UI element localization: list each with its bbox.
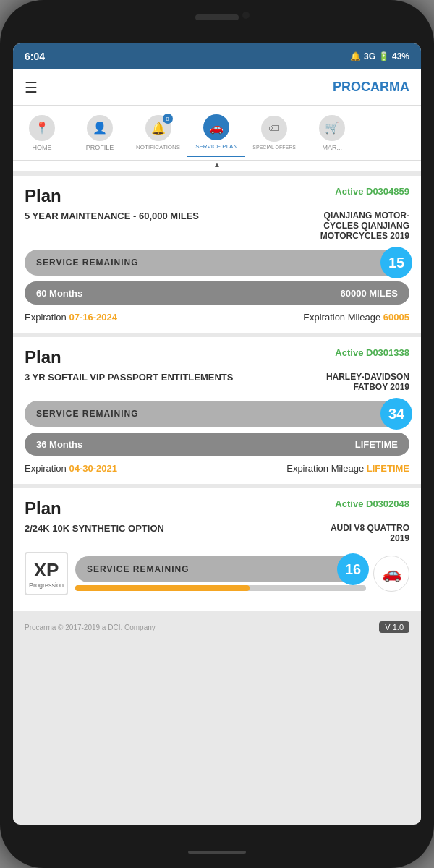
miles-label-1: 60000 MILES [341, 288, 399, 299]
version-badge: V 1.0 [379, 621, 409, 633]
expiration-text-1: Expiration 07-16-2024 [25, 312, 117, 323]
expiration-row-2: Expiration 04-30-2021 Expiration Mileage… [25, 463, 409, 474]
market-icon: 🛒 [319, 115, 345, 141]
profile-icon: 👤 [87, 115, 113, 141]
tab-notifications-label: NOTIFICATIONS [136, 144, 180, 150]
expiration-date-2: 04-30-2021 [69, 463, 117, 474]
service-bar-container-1: SERVICE REMAINING 15 [25, 250, 409, 276]
tab-profile[interactable]: 👤 PROFILE [71, 109, 129, 157]
plan-title-2: Plan [25, 347, 61, 367]
service-bar-3: SERVICE REMAINING 16 [75, 556, 366, 582]
service-remaining-label-3: SERVICE REMAINING [87, 564, 189, 574]
status-battery-icon: 🔋 [378, 51, 389, 61]
phone-screen: 6:04 🔔 3G 🔋 43% ☰ PROCARMA 📍 HOME 👤 P [13, 43, 421, 825]
status-alarm-icon: 🔔 [350, 51, 361, 61]
plan-status-3: Active D0302048 [335, 498, 409, 509]
plan-header-3: Plan Active D0302048 [25, 498, 409, 519]
xp-section: XP Progression SERVICE REMAINING 16 🚗 [25, 552, 409, 595]
tab-special-offers[interactable]: 🏷 SPECIAL OFFERS [245, 110, 303, 156]
app-logo: PROCARMA [333, 80, 409, 95]
xp-progress-bar [75, 585, 366, 591]
phone-frame: 6:04 🔔 3G 🔋 43% ☰ PROCARMA 📍 HOME 👤 P [0, 0, 434, 868]
tab-home[interactable]: 📍 HOME [13, 109, 71, 157]
tab-market-label: MAR... [322, 144, 342, 151]
expiration-mileage-text-2: Expiration Mileage LIFETIME [286, 463, 409, 474]
plan-title-3: Plan [25, 498, 61, 519]
status-time: 6:04 [25, 51, 45, 62]
expiration-mileage-1: 60005 [383, 312, 409, 323]
months-label-2: 36 Months [36, 439, 82, 450]
xp-label: XP [34, 559, 59, 582]
expiration-text-2: Expiration 04-30-2021 [25, 463, 117, 474]
tab-profile-label: PROFILE [86, 144, 114, 151]
plan-description-2: 3 YR SOFTAIL VIP PASSPORT ENTITLEMENTS [25, 372, 326, 392]
status-battery: 43% [392, 51, 409, 61]
service-bar-1: SERVICE REMAINING 15 [25, 250, 409, 276]
months-label-1: 60 Months [36, 288, 82, 299]
arrow-up-icon: ▲ [213, 161, 221, 169]
phone-camera [242, 12, 250, 19]
plan-details-1: 5 YEAR MAINTENANCE - 60,000 MILES QIANJI… [25, 210, 409, 241]
plan-description-1: 5 YEAR MAINTENANCE - 60,000 MILES [25, 210, 320, 241]
plan-status-1: Active D0304859 [335, 186, 409, 197]
phone-speaker [195, 14, 239, 20]
xp-bar-container: SERVICE REMAINING 16 [75, 556, 366, 591]
service-bar-container-2: SERVICE REMAINING 34 [25, 401, 409, 427]
menu-button[interactable]: ☰ [25, 79, 38, 96]
status-signal: 3G [364, 51, 375, 61]
expiration-mileage-text-1: Expiration Mileage 60005 [303, 312, 409, 323]
special-offers-icon: 🏷 [261, 116, 287, 142]
tab-service-plan[interactable]: 🚗 SERVICE PLAN [187, 109, 245, 157]
service-remaining-label-1: SERVICE REMAINING [36, 258, 138, 268]
content-area: Plan Active D0304859 5 YEAR MAINTENANCE … [13, 171, 421, 825]
expiration-mileage-2: LIFETIME [367, 463, 409, 474]
service-bar-2: SERVICE REMAINING 34 [25, 401, 409, 427]
tab-service-plan-label: SERVICE PLAN [195, 143, 237, 150]
tab-special-offers-label: SPECIAL OFFERS [252, 145, 296, 150]
notifications-icon: 🔔 0 [145, 115, 171, 141]
expiration-row-1: Expiration 07-16-2024 Expiration Mileage… [25, 312, 409, 323]
status-bar: 6:04 🔔 3G 🔋 43% [13, 43, 421, 69]
expiration-date-1: 07-16-2024 [69, 312, 117, 323]
miles-label-2: LIFETIME [355, 439, 398, 450]
logo-pro: PRO [333, 80, 361, 94]
plan-vehicle-2: HARLEY-DAVIDSONFATBOY 2019 [326, 372, 409, 392]
plan-vehicle-1: QIANJIANG MOTOR-CYCLES QIANJIANGMOTORCYC… [320, 210, 409, 241]
plan-card-1: Plan Active D0304859 5 YEAR MAINTENANCE … [13, 176, 421, 333]
plan-vehicle-3: AUDI V8 QUATTRO2019 [331, 523, 409, 543]
plan-details-3: 2/24K 10K SYNTHETIC OPTION AUDI V8 QUATT… [25, 523, 409, 543]
footer-copyright: Procarma © 2017-2019 a DCI. Company [25, 624, 156, 631]
plan-status-2: Active D0301338 [335, 347, 409, 358]
service-plan-icon: 🚗 [203, 114, 229, 140]
logo-carma: CARMA [361, 80, 409, 94]
plan-title-1: Plan [25, 186, 61, 206]
service-count-1: 15 [380, 247, 412, 278]
tab-market[interactable]: 🛒 MAR... [303, 109, 361, 157]
tab-notifications[interactable]: 🔔 0 NOTIFICATIONS [129, 109, 187, 156]
notification-badge: 0 [163, 114, 173, 124]
phone-home-indicator [188, 851, 246, 854]
app-footer: Procarma © 2017-2019 a DCI. Company V 1.… [13, 616, 421, 639]
plan-header-2: Plan Active D0301338 [25, 347, 409, 367]
plan-card-3: Plan Active D0302048 2/24K 10K SYNTHETIC… [13, 488, 421, 611]
home-icon: 📍 [29, 115, 55, 141]
xp-progress-fill [75, 585, 250, 591]
service-count-2: 34 [380, 398, 412, 430]
months-bar-2: 36 Months LIFETIME [25, 433, 409, 456]
plan-details-2: 3 YR SOFTAIL VIP PASSPORT ENTITLEMENTS H… [25, 372, 409, 392]
service-count-3: 16 [337, 553, 369, 585]
tab-home-label: HOME [33, 144, 52, 151]
car-icon: 🚗 [373, 556, 409, 592]
tab-indicator: ▲ [13, 161, 421, 171]
service-remaining-label-2: SERVICE REMAINING [36, 409, 138, 419]
months-bar-1: 60 Months 60000 MILES [25, 281, 409, 305]
plan-card-2: Plan Active D0301338 3 YR SOFTAIL VIP PA… [13, 337, 421, 484]
plan-description-3: 2/24K 10K SYNTHETIC OPTION [25, 523, 331, 543]
app-header: ☰ PROCARMA [13, 69, 421, 106]
nav-tabs: 📍 HOME 👤 PROFILE 🔔 0 NOTIFICATIONS 🚗 SER… [13, 106, 421, 161]
xp-sub-label: Progression [29, 582, 64, 589]
xp-box: XP Progression [25, 552, 68, 595]
plan-header-1: Plan Active D0304859 [25, 186, 409, 206]
